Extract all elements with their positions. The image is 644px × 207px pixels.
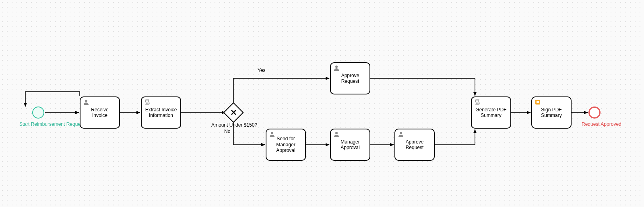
end-event-label: Request Approved (582, 121, 621, 127)
svg-point-4 (335, 66, 338, 68)
task-sign-pdf-summary[interactable]: Sign PDF Summary (531, 96, 572, 129)
svg-rect-12 (537, 101, 539, 103)
gateway-label: Amount Under $150? (211, 122, 257, 128)
task-manager-approval[interactable]: Manager Approval (330, 129, 370, 161)
gateway-amount-under-150[interactable]: ✕ (223, 102, 244, 123)
task-approve-request-top[interactable]: Approve Request (330, 62, 370, 94)
user-icon (333, 131, 340, 137)
end-event[interactable] (588, 107, 601, 119)
gateway-x-icon: ✕ (230, 109, 237, 117)
task-send-for-manager-approval[interactable]: Send for Manager Approval (266, 129, 306, 161)
start-event[interactable] (32, 107, 44, 119)
user-icon (269, 131, 275, 137)
bpmn-canvas[interactable]: Start Reimbursement Request Receive Invo… (0, 0, 644, 207)
task-extract-invoice[interactable]: Extract Invoice Information (141, 96, 181, 129)
script-icon (144, 99, 151, 105)
user-icon (83, 99, 89, 105)
task-approve-request-bottom[interactable]: Approve Request (394, 129, 435, 161)
script-icon (474, 99, 481, 105)
svg-point-7 (400, 132, 402, 134)
user-icon (333, 65, 340, 71)
document-icon (535, 99, 541, 105)
task-receive-invoice[interactable]: Receive Invoice (80, 96, 120, 129)
task-label: Send for Manager Approval (270, 136, 302, 153)
svg-point-5 (271, 132, 273, 134)
svg-point-6 (335, 132, 338, 134)
start-event-label: Start Reimbursement Request (19, 121, 84, 127)
gateway-yes-label: Yes (258, 68, 266, 73)
task-label: Receive Invoice (84, 107, 116, 119)
svg-point-0 (85, 100, 87, 102)
gateway-no-label: No (224, 129, 230, 134)
task-label: Extract Invoice Information (145, 107, 177, 119)
task-generate-pdf-summary[interactable]: Generate PDF Summary (471, 96, 511, 129)
task-label: Approve Request (334, 73, 366, 84)
task-label: Manager Approval (334, 139, 366, 151)
task-label: Generate PDF Summary (475, 107, 507, 119)
task-label: Sign PDF Summary (535, 107, 568, 119)
user-icon (398, 131, 404, 137)
task-label: Approve Request (398, 139, 431, 151)
